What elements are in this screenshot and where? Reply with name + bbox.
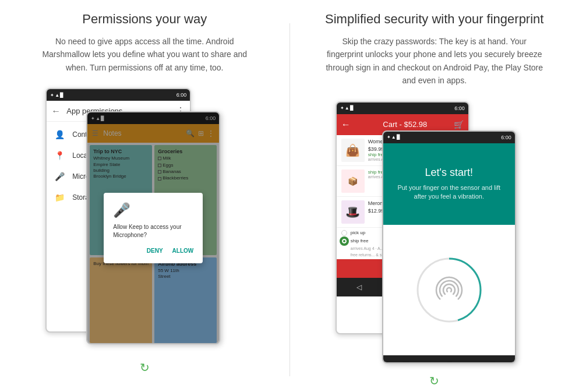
dialog-buttons: DENY ALLOW <box>113 248 193 254</box>
back-arrow-icon[interactable]: ← <box>51 106 61 116</box>
cart-back-icon[interactable]: ← <box>341 119 351 130</box>
status-icons-left: ✦ ▲ ▉ <box>50 93 63 98</box>
left-phone-wrapper: ✦ ▲ ▉ 6:00 ← App permissions ⋮ 👤 Contact… <box>45 88 243 356</box>
status-bar-right-back: ✦ ▲ ▉ 6:00 <box>337 103 468 114</box>
nav-back-rb[interactable]: ◁ <box>356 283 362 291</box>
left-refresh-icon[interactable]: ↻ <box>140 361 150 374</box>
location-perm-icon: 📍 <box>54 150 65 161</box>
wifi-icon-rb: ▲ <box>345 105 349 111</box>
fingerprint-icon <box>433 274 465 306</box>
status-bar-left-back: ✦ ▲ ▉ 6:00 <box>47 89 190 101</box>
bluetooth-icon: ✦ <box>50 93 54 98</box>
sig-icon-rf: ▉ <box>397 135 400 140</box>
status-time-right-back: 6:00 <box>454 105 465 111</box>
status-icons-right-front: ✦ ▲ ▉ <box>387 135 400 140</box>
bt-icon-rf: ✦ <box>387 135 391 140</box>
right-section: Simplified security with your fingerprin… <box>290 12 580 388</box>
fp-circle-container <box>414 255 484 325</box>
bt-icon-rb: ✦ <box>340 105 344 111</box>
dialog-text: Allow Keep to access your Microphone? <box>113 223 193 239</box>
fp-title: Let's start! <box>425 167 473 179</box>
dialog-overlay: 🎤 Allow Keep to access your Microphone? … <box>87 112 219 343</box>
status-time-left-back: 6:00 <box>176 92 187 98</box>
nav-home-rf[interactable]: ○ <box>447 361 451 363</box>
right-phone-front: ✦ ▲ ▉ 6:00 Let's start! Put your finger … <box>382 130 516 363</box>
fp-top-section: Let's start! Put your finger on the sens… <box>383 143 515 225</box>
dialog-mic-icon: 🎤 <box>113 202 193 218</box>
fingerprint-panel: Let's start! Put your finger on the sens… <box>383 143 515 363</box>
signal-icon: ▉ <box>60 93 63 98</box>
allow-button[interactable]: ALLOW <box>172 248 194 254</box>
nav-recent-rf[interactable]: □ <box>491 361 495 363</box>
left-refresh-container: ↻ <box>140 361 150 375</box>
bottom-nav-right-front: ◁ ○ □ <box>383 355 515 363</box>
status-icons-right-back: ✦ ▲ ▉ <box>340 105 354 111</box>
deny-button[interactable]: DENY <box>147 248 163 254</box>
storage-perm-icon: 📁 <box>54 192 65 203</box>
cart-item-img-bag: 👜 <box>341 139 365 162</box>
radio-circle-pickup <box>341 230 347 236</box>
wifi-icon-rf: ▲ <box>391 135 396 140</box>
left-section: Permissions your way No need to give app… <box>0 12 290 388</box>
right-refresh-container: ↻ <box>429 374 439 388</box>
right-title: Simplified security with your fingerprin… <box>325 12 543 27</box>
radio-circle-shipfree <box>341 238 347 244</box>
nav-back-rf[interactable]: ◁ <box>403 361 408 363</box>
status-bar-right-front: ✦ ▲ ▉ 6:00 <box>383 132 515 143</box>
right-phone-wrapper: ✦ ▲ ▉ 6:00 ← Cart - $52.98 🛒 👜 <box>336 101 534 369</box>
radio-label-pickup: pick up <box>351 230 365 235</box>
fp-bottom-section <box>383 225 515 355</box>
status-time-right-front: 6:00 <box>501 135 511 140</box>
right-description: Skip the crazy passwords: The key is at … <box>324 35 545 87</box>
permission-dialog: 🎤 Allow Keep to access your Microphone? … <box>104 193 203 263</box>
sig-icon-rb: ▉ <box>350 105 354 111</box>
left-phone-front: ✦ ▲ ▉ 6:00 ☰ Notes 🔍 ⊞ <box>86 111 220 344</box>
cart-item-img-box: 📦 <box>341 169 365 193</box>
cart-cart-icon[interactable]: 🛒 <box>454 120 464 129</box>
cart-title: Cart - $52.98 <box>383 120 427 129</box>
right-refresh-icon[interactable]: ↻ <box>429 375 439 387</box>
left-description: No need to give apps access all the time… <box>34 35 255 74</box>
wifi-icon: ▲ <box>55 93 59 98</box>
left-title: Permissions your way <box>82 12 207 27</box>
contacts-perm-icon: 👤 <box>54 129 65 140</box>
radio-label-shipfree: ship free <box>351 238 369 243</box>
cart-item-img-hat: 🎩 <box>341 200 365 224</box>
microphone-perm-icon: 🎤 <box>54 171 65 182</box>
fp-subtitle: Put your finger on the sensor and lift a… <box>393 183 506 202</box>
